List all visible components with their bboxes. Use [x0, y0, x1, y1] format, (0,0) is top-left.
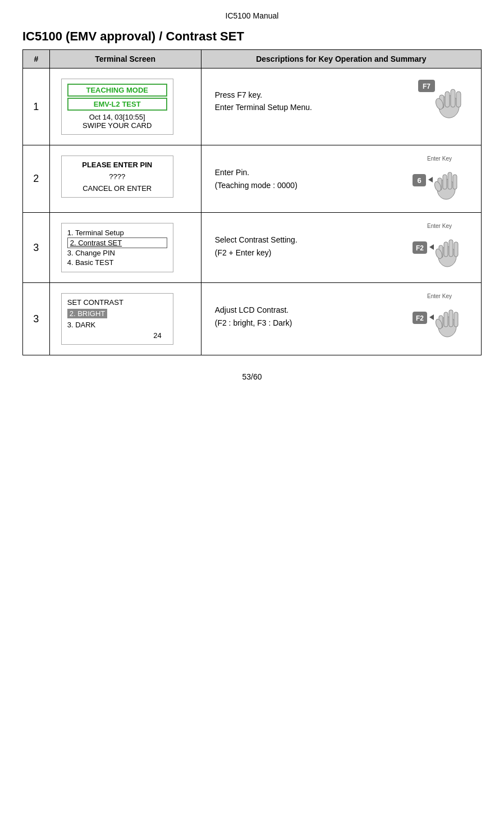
svg-rect-4: [451, 89, 455, 107]
desc-text-1: Press F7 key. Enter Terminal Setup Menu.: [215, 89, 417, 114]
screen-cell-4: SET CONTRAST 2. BRIGHT 3. DARK 24: [49, 283, 201, 355]
desc-text-3: Select Contrast Setting. (F2 + Enter key…: [215, 234, 411, 259]
terminal-screen-1: TEACHING MODE EMV-L2 TEST Oct 14, 03[10:…: [61, 79, 173, 135]
row-num-3: 3: [23, 213, 50, 283]
date-line: Oct 14, 03[10:55]: [67, 113, 167, 121]
desc-cell-4: Adjust LCD Contrast. (F2 : bright, F3 : …: [201, 283, 481, 355]
row-num-2: 2: [23, 145, 50, 213]
desc-line1-1: Press F7 key.: [215, 89, 417, 101]
swipe-line: SWIPE YOUR CARD: [67, 121, 167, 130]
row-num-4: 3: [23, 283, 50, 355]
desc-line2-4: (F2 : bright, F3 : Dark): [215, 317, 411, 329]
table-row: 3 1. Terminal Setup 2. Contrast SET 3. C…: [23, 213, 482, 283]
desc-line1-3: Select Contrast Setting.: [215, 234, 411, 246]
contrast-line2: 2. BRIGHT: [67, 309, 108, 318]
key-area-1: F7: [417, 79, 468, 124]
page-title: IC5100 Manual: [22, 11, 482, 20]
enter-key-label-4: Enter Key: [427, 293, 452, 299]
svg-marker-28: [429, 314, 434, 320]
desc-line2-1: Enter Terminal Setup Menu.: [215, 101, 417, 113]
menu-item-1: 1. Terminal Setup: [67, 228, 167, 237]
screen-cell-1: TEACHING MODE EMV-L2 TEST Oct 14, 03[10:…: [49, 68, 201, 145]
key-area-2: Enter Key 6: [411, 156, 468, 202]
svg-rect-5: [456, 92, 461, 107]
terminal-screen-3: 1. Terminal Setup 2. Contrast SET 3. Cha…: [61, 223, 173, 272]
menu-item-4: 4. Basic TEST: [67, 258, 167, 267]
page-footer: 53/60: [22, 372, 482, 381]
menu-item-2: 2. Contrast SET: [67, 237, 167, 248]
svg-text:6: 6: [417, 176, 421, 185]
main-table: # Terminal Screen Descriptions for Key O…: [22, 49, 482, 355]
svg-marker-10: [428, 177, 433, 182]
desc-cell-2: Enter Pin. (Teaching mode : 0000) Enter …: [201, 145, 481, 213]
svg-rect-14: [453, 175, 457, 189]
pin-line1: PLEASE ENTER PIN: [67, 161, 167, 169]
menu-item-3: 3. Change PIN: [67, 248, 167, 258]
svg-rect-31: [449, 310, 453, 327]
desc-cell-3: Select Contrast Setting. (F2 + Enter key…: [201, 213, 481, 283]
pin-line2: ????: [67, 172, 167, 181]
enter-key-label-3: Enter Key: [427, 223, 452, 229]
desc-text-2: Enter Pin. (Teaching mode : 0000): [215, 166, 411, 191]
svg-text:F7: F7: [423, 83, 430, 90]
f7-key-illustration: F7: [417, 79, 468, 124]
pin-line3: CANCEL OR ENTER: [67, 184, 167, 193]
terminal-screen-4: SET CONTRAST 2. BRIGHT 3. DARK 24: [61, 293, 173, 345]
desc-cell-1: Press F7 key. Enter Terminal Setup Menu.…: [201, 68, 481, 145]
svg-rect-21: [444, 242, 448, 257]
svg-rect-13: [448, 172, 452, 189]
section-title: IC5100 (EMV approval) / Contrast SET: [22, 29, 482, 44]
svg-rect-30: [444, 312, 448, 327]
row-num-1: 1: [23, 68, 50, 145]
svg-marker-19: [429, 244, 434, 250]
contrast-line3: 3. DARK: [67, 321, 167, 329]
enter-key-illustration-3: F2: [411, 230, 468, 270]
enter-key-illustration-4: F2: [411, 300, 468, 340]
svg-rect-12: [443, 175, 447, 189]
screen-cell-2: PLEASE ENTER PIN ???? CANCEL OR ENTER: [49, 145, 201, 213]
contrast-line1: SET CONTRAST: [67, 298, 167, 307]
terminal-screen-2: PLEASE ENTER PIN ???? CANCEL OR ENTER: [61, 156, 173, 198]
desc-line1-2: Enter Pin.: [215, 166, 411, 179]
svg-text:F2: F2: [416, 314, 424, 322]
emv-label: EMV-L2 TEST: [67, 98, 167, 111]
col-header-desc: Descriptions for Key Operation and Summa…: [201, 50, 481, 68]
table-row: 3 SET CONTRAST 2. BRIGHT 3. DARK 24 Adju…: [23, 283, 482, 355]
table-row: 2 PLEASE ENTER PIN ???? CANCEL OR ENTER …: [23, 145, 482, 213]
svg-rect-32: [454, 312, 458, 327]
desc-line1-4: Adjust LCD Contrast.: [215, 304, 411, 316]
enter-key-illustration-2: 6: [411, 163, 468, 202]
svg-rect-22: [449, 240, 453, 257]
screen-cell-3: 1. Terminal Setup 2. Contrast SET 3. Cha…: [49, 213, 201, 283]
desc-line2-2: (Teaching mode : 0000): [215, 179, 411, 191]
table-row: 1 TEACHING MODE EMV-L2 TEST Oct 14, 03[1…: [23, 68, 482, 145]
svg-rect-23: [454, 242, 458, 257]
enter-key-label-2: Enter Key: [427, 156, 452, 162]
key-area-4: Enter Key F2: [411, 293, 468, 340]
desc-text-4: Adjust LCD Contrast. (F2 : bright, F3 : …: [215, 304, 411, 329]
teaching-mode-label: TEACHING MODE: [67, 84, 167, 97]
contrast-value: 24: [67, 331, 167, 340]
col-header-screen: Terminal Screen: [49, 50, 201, 68]
key-area-3: Enter Key F2: [411, 223, 468, 270]
desc-line2-3: (F2 + Enter key): [215, 246, 411, 259]
svg-rect-3: [445, 92, 450, 107]
col-header-num: #: [23, 50, 50, 68]
svg-text:F2: F2: [416, 244, 424, 252]
